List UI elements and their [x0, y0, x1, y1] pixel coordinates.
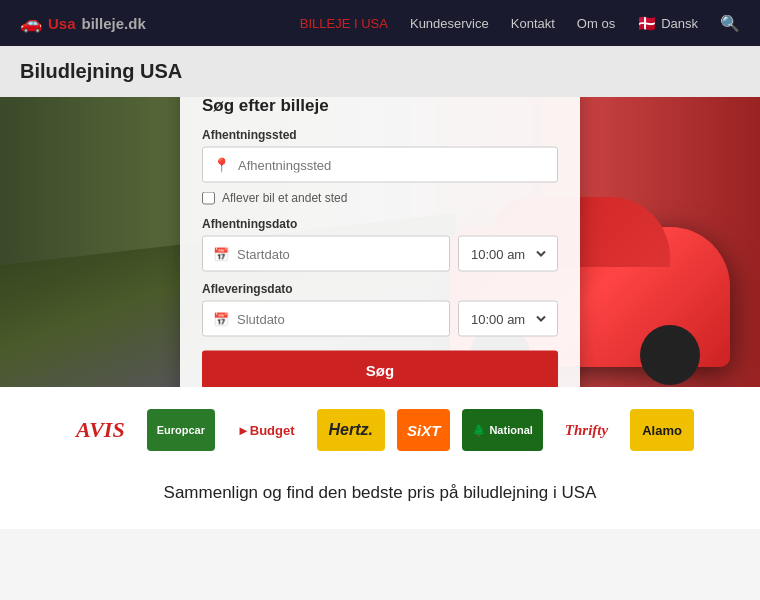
dropoff-time-select[interactable]: 8:00 am 9:00 am 10:00 am 11:00 am 12:00 …: [467, 310, 549, 327]
dropoff-time-wrap: 8:00 am 9:00 am 10:00 am 11:00 am 12:00 …: [458, 301, 558, 337]
site-logo[interactable]: 🚗 Usa billeje.dk: [20, 12, 146, 34]
tagline-text: Sammenlign og find den bedste pris på bi…: [164, 483, 597, 502]
location-icon: 📍: [213, 157, 230, 173]
page-title-bar: Biludlejning USA: [0, 46, 760, 97]
pickup-time-wrap: 8:00 am 9:00 am 10:00 am 11:00 am 12:00 …: [458, 236, 558, 272]
brand-europcar[interactable]: Europcar: [147, 409, 215, 451]
pickup-time-select[interactable]: 8:00 am 9:00 am 10:00 am 11:00 am 12:00 …: [467, 245, 549, 262]
pickup-date-input[interactable]: [237, 246, 439, 261]
calendar-icon-pickup: 📅: [213, 246, 229, 261]
nav-link-kontakt[interactable]: Kontakt: [511, 16, 555, 31]
nav-link-omos[interactable]: Om os: [577, 16, 615, 31]
dropoff-date-input[interactable]: [237, 311, 439, 326]
navbar: 🚗 Usa billeje.dk BILLEJE I USA Kundeserv…: [0, 0, 760, 46]
language-label: Dansk: [661, 16, 698, 31]
page-title: Biludlejning USA: [20, 60, 182, 82]
pickup-date-wrap: 📅: [202, 236, 450, 272]
logo-icon: 🚗: [20, 12, 42, 34]
search-icon[interactable]: 🔍: [720, 14, 740, 33]
brands-section: AVIS Europcar ►Budget Hertz. SiXT 🌲 Nati…: [0, 387, 760, 473]
pickup-date-label: Afhentningsdato: [202, 217, 558, 231]
brand-sixt[interactable]: SiXT: [397, 409, 450, 451]
pickup-label: Afhentningssted: [202, 128, 558, 142]
brand-national[interactable]: 🌲 National: [462, 409, 542, 451]
dropoff-date-row: 📅 8:00 am 9:00 am 10:00 am 11:00 am 12:0…: [202, 301, 558, 337]
pickup-input-wrap: 📍: [202, 147, 558, 183]
different-return-row: Aflever bil et andet sted: [202, 191, 558, 205]
different-return-label[interactable]: Aflever bil et andet sted: [222, 191, 347, 205]
language-selector[interactable]: 🇩🇰 Dansk: [637, 14, 698, 33]
nav-link-billeje[interactable]: BILLEJE I USA: [300, 16, 388, 31]
search-button[interactable]: Søg: [202, 351, 558, 388]
brand-avis[interactable]: AVIS: [66, 409, 135, 451]
tagline-section: Sammenlign og find den bedste pris på bi…: [0, 473, 760, 529]
search-heading: Søg efter billeje: [202, 97, 558, 116]
flag-icon: 🇩🇰: [637, 14, 657, 33]
calendar-icon-dropoff: 📅: [213, 311, 229, 326]
brand-budget[interactable]: ►Budget: [227, 409, 305, 451]
brand-thrifty[interactable]: Thrifty: [555, 409, 618, 451]
pickup-input[interactable]: [238, 157, 547, 172]
nav-link-kundeservice[interactable]: Kundeservice: [410, 16, 489, 31]
hero-section: Søg efter billeje Afhentningssted 📍 Afle…: [0, 97, 760, 387]
logo-rest-text: billeje.dk: [82, 15, 146, 32]
dropoff-date-label: Afleveringsdato: [202, 282, 558, 296]
brand-hertz[interactable]: Hertz.: [317, 409, 385, 451]
different-return-checkbox[interactable]: [202, 191, 215, 204]
brand-alamo[interactable]: Alamo: [630, 409, 694, 451]
logo-usa-text: Usa: [48, 15, 76, 32]
pickup-date-row: 📅 8:00 am 9:00 am 10:00 am 11:00 am 12:0…: [202, 236, 558, 272]
dropoff-date-wrap: 📅: [202, 301, 450, 337]
nav-links: BILLEJE I USA Kundeservice Kontakt Om os…: [300, 14, 740, 33]
search-box: Søg efter billeje Afhentningssted 📍 Afle…: [180, 97, 580, 387]
